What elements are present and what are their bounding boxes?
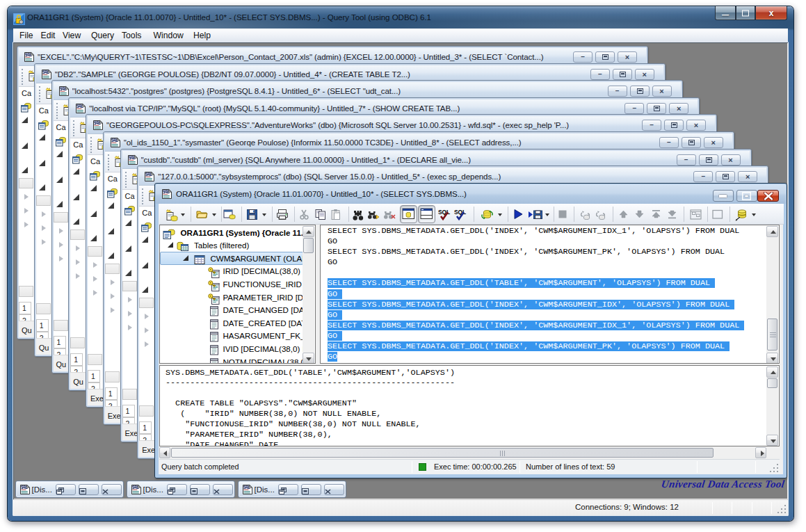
- svg-text:SQL: SQL: [454, 209, 466, 216]
- svg-text:SQL: SQL: [438, 209, 450, 216]
